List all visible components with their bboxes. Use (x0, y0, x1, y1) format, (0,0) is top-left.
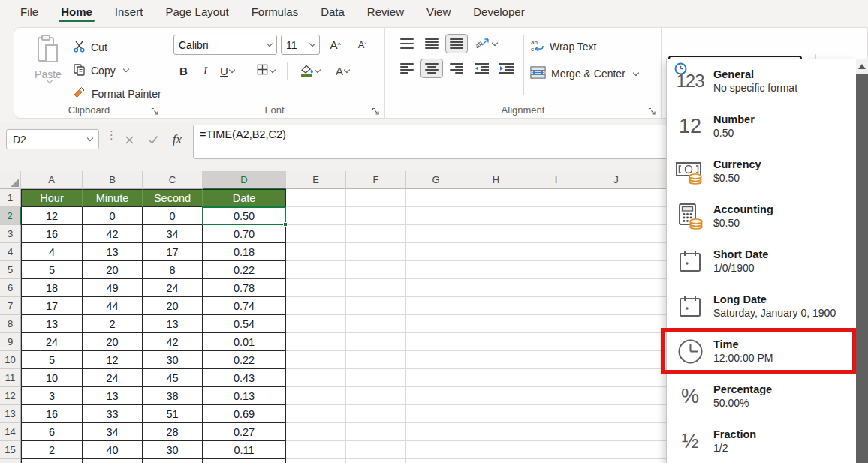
empty-cell[interactable] (526, 261, 586, 279)
scrollbar-thumb[interactable] (856, 74, 868, 463)
row-header-7[interactable]: 7 (0, 297, 21, 315)
empty-cell[interactable] (286, 243, 346, 261)
cell-A5[interactable]: 5 (21, 261, 83, 279)
cell-A4[interactable]: 4 (21, 243, 83, 261)
empty-cell[interactable] (646, 333, 668, 351)
empty-cell[interactable] (586, 441, 646, 459)
cell-A6[interactable]: 18 (21, 279, 83, 297)
decrease-font-size-button[interactable]: Aˇ (351, 35, 374, 55)
cell-D3[interactable]: 0.70 (203, 225, 286, 243)
cell-D9[interactable]: 0.01 (203, 333, 286, 351)
tab-file[interactable]: File (9, 0, 50, 23)
empty-cell[interactable] (526, 441, 586, 459)
cell-C12[interactable]: 38 (143, 387, 203, 405)
empty-cell[interactable] (646, 243, 668, 261)
cell-B7[interactable]: 44 (83, 297, 143, 315)
empty-cell[interactable] (286, 333, 346, 351)
partial-cell[interactable] (406, 459, 466, 463)
cell-C11[interactable]: 45 (143, 369, 203, 387)
empty-cell[interactable] (286, 387, 346, 405)
empty-cell[interactable] (646, 279, 668, 297)
empty-cell[interactable] (526, 315, 586, 333)
row-header-11[interactable]: 11 (0, 369, 21, 387)
format-option-general[interactable]: 123GeneralNo specific format (667, 59, 856, 104)
empty-cell[interactable] (466, 297, 526, 315)
font-name-combobox[interactable]: Calibri (173, 35, 277, 55)
copy-button[interactable]: Copy (73, 59, 161, 82)
cell-D10[interactable]: 0.22 (203, 351, 286, 369)
table-header-cell[interactable]: Date (203, 189, 286, 207)
cell-B2[interactable]: 0 (83, 207, 143, 225)
tab-data[interactable]: Data (309, 0, 356, 23)
empty-cell[interactable] (346, 369, 406, 387)
empty-cell[interactable] (646, 297, 668, 315)
empty-cell[interactable] (526, 207, 586, 225)
cell-A13[interactable]: 16 (21, 405, 83, 423)
formula-bar-resize-handle[interactable]: ⋮ (106, 128, 117, 142)
cell-A12[interactable]: 3 (21, 387, 83, 405)
empty-cell[interactable] (466, 261, 526, 279)
cell-C14[interactable]: 28 (143, 423, 203, 441)
empty-cell[interactable] (526, 405, 586, 423)
empty-cell[interactable] (406, 225, 466, 243)
cell-B5[interactable]: 20 (83, 261, 143, 279)
cell-B15[interactable]: 40 (83, 441, 143, 459)
cell-C10[interactable]: 30 (143, 351, 203, 369)
tab-insert[interactable]: Insert (104, 0, 155, 23)
empty-cell[interactable] (346, 315, 406, 333)
empty-cell[interactable] (466, 243, 526, 261)
cell-A2[interactable]: 12 (21, 207, 83, 225)
empty-cell[interactable] (646, 261, 668, 279)
empty-cell[interactable] (406, 279, 466, 297)
empty-cell[interactable] (406, 441, 466, 459)
cell-C8[interactable]: 13 (143, 315, 203, 333)
row-header-8[interactable]: 8 (0, 315, 21, 333)
cell-D13[interactable]: 0.69 (203, 405, 286, 423)
cell-B14[interactable]: 34 (83, 423, 143, 441)
borders-button[interactable] (249, 61, 282, 80)
empty-cell[interactable] (586, 189, 646, 207)
row-header-14[interactable]: 14 (0, 423, 21, 441)
paste-button[interactable]: Paste (23, 34, 73, 103)
empty-cell[interactable] (406, 315, 466, 333)
format-option-number[interactable]: 12Number0.50 (667, 104, 856, 149)
tab-view[interactable]: View (415, 0, 462, 23)
empty-cell[interactable] (406, 243, 466, 261)
cell-D14[interactable]: 0.27 (203, 423, 286, 441)
table-header-cell[interactable]: Hour (21, 189, 83, 207)
empty-cell[interactable] (646, 369, 668, 387)
empty-cell[interactable] (466, 333, 526, 351)
row-header-2[interactable]: 2 (0, 207, 21, 225)
enter-button[interactable] (144, 130, 162, 149)
cell-A11[interactable]: 10 (21, 369, 83, 387)
empty-cell[interactable] (586, 297, 646, 315)
empty-cell[interactable] (646, 189, 668, 207)
column-header-H[interactable]: H (466, 171, 526, 189)
font-dialog-launcher-icon[interactable] (372, 105, 381, 114)
cell-A9[interactable]: 24 (21, 333, 83, 351)
tab-home[interactable]: Home (50, 0, 104, 23)
decrease-indent-button[interactable] (470, 59, 493, 78)
wrap-text-button[interactable]: ab c Wrap Text (530, 35, 638, 58)
empty-cell[interactable] (466, 405, 526, 423)
empty-cell[interactable] (466, 369, 526, 387)
align-right-button[interactable] (445, 59, 468, 78)
format-option-percentage[interactable]: %Percentage50.00% (667, 374, 856, 419)
empty-cell[interactable] (286, 405, 346, 423)
row-header-1[interactable]: 1 (0, 189, 21, 207)
column-header-partial[interactable] (646, 171, 668, 189)
cell-C7[interactable]: 20 (143, 297, 203, 315)
cell-B12[interactable]: 13 (83, 387, 143, 405)
empty-cell[interactable] (586, 405, 646, 423)
partial-cell[interactable] (203, 459, 286, 463)
cell-C15[interactable]: 30 (143, 441, 203, 459)
empty-cell[interactable] (346, 279, 406, 297)
empty-cell[interactable] (346, 423, 406, 441)
cell-A7[interactable]: 17 (21, 297, 83, 315)
empty-cell[interactable] (526, 225, 586, 243)
empty-cell[interactable] (526, 297, 586, 315)
empty-cell[interactable] (586, 351, 646, 369)
top-align-button[interactable] (396, 34, 418, 53)
empty-cell[interactable] (586, 369, 646, 387)
empty-cell[interactable] (526, 351, 586, 369)
